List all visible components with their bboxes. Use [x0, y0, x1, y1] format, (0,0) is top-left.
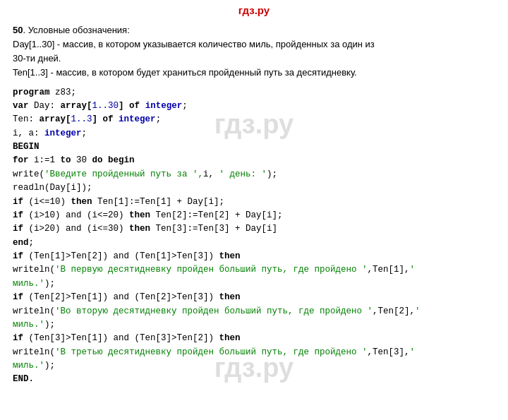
code-line-19: if (Ten[3]>Ten[1]) and (Ten[3]>Ten[2]) t… [13, 332, 495, 345]
code-line-13: if (Ten[1]>Ten[2]) and (Ten[1]>Ten[3]) t… [13, 250, 495, 263]
code-line-22: END. [13, 373, 495, 386]
code-line-10: if (i>10) and (i<=20) then Ten[2]:=Ten[2… [13, 209, 495, 222]
task-description: 50. Условные обозначения: Day[1..30] - м… [13, 23, 495, 80]
code-line-17: writeln('Во вторую десятидневку пройден … [13, 305, 495, 318]
code-line-21: миль.'); [13, 359, 495, 373]
code-line-16: if (Ten[2]>Ten[1]) and (Ten[2]>Ten[3]) t… [13, 291, 495, 304]
code-line-11: if (i>20) and (i<=30) then Ten[3]:=Ten[3… [13, 222, 495, 236]
desc-line3: 30-ти дней. [13, 53, 61, 64]
code-line-5: BEGIN [13, 140, 495, 154]
desc-line4: Ten[1..3] - массив, в котором будет хран… [13, 67, 357, 78]
header-title: гдз.ру [238, 4, 270, 16]
code-line-9: if (i<=10) then Ten[1]:=Ten[1] + Day[i]; [13, 196, 495, 209]
code-block: program z83; var Day: array[1..30] of in… [13, 86, 495, 387]
code-line-20: writeln('В третью десятидневку пройден б… [13, 346, 495, 359]
desc-line1: . Условные обозначения: [23, 25, 129, 35]
main-content: 50. Условные обозначения: Day[1..30] - м… [0, 19, 508, 394]
code-line-2: var Day: array[1..30] of integer; [13, 100, 495, 113]
code-line-1: program z83; [13, 86, 495, 100]
code-line-4: i, a: integer; [13, 127, 495, 140]
code-line-7: write('Введите пройденный путь за ',i, '… [13, 168, 495, 181]
code-line-12: end; [13, 236, 495, 250]
code-line-18: миль.'); [13, 318, 495, 332]
desc-line2: Day[1..30] - массив, в котором указывает… [13, 39, 375, 49]
task-number: 50 [13, 25, 23, 35]
code-line-8: readln(Day[i]); [13, 181, 495, 195]
code-line-6: for i:=1 to 30 do begin [13, 154, 495, 167]
code-line-3: Ten: array[1..3] of integer; [13, 113, 495, 126]
code-line-15: миль.'); [13, 277, 495, 291]
site-header: гдз.ру [0, 0, 508, 19]
code-line-14: writeln('В первую десятидневку пройден б… [13, 263, 495, 277]
